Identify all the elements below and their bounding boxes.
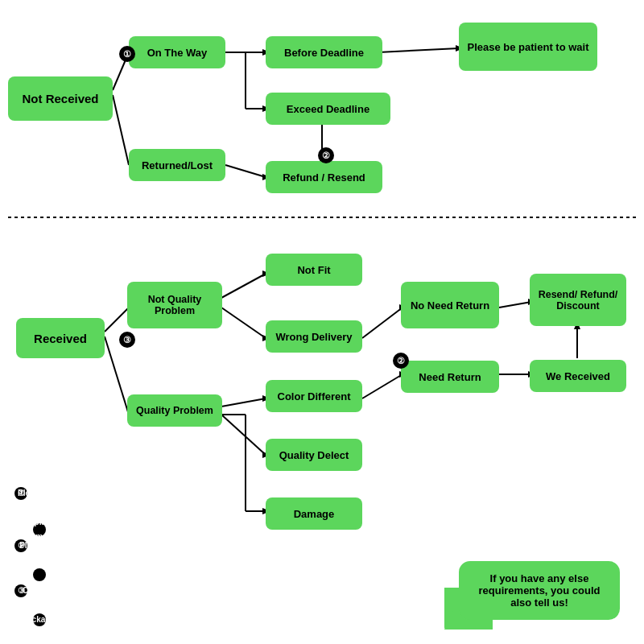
- svg-line-31: [362, 374, 402, 398]
- we-received-node: We Received: [530, 360, 626, 392]
- svg-line-8: [378, 48, 459, 52]
- svg-line-29: [362, 308, 402, 338]
- exceed-deadline-node: Exceed Deadline: [266, 93, 390, 125]
- quality-defect-node: Quality Delect: [266, 439, 362, 471]
- on-the-way-node: On The Way: [129, 36, 225, 68]
- legend-item-2: ② Please contact us by Aliexpress messag…: [14, 536, 49, 581]
- svg-line-15: [105, 308, 129, 332]
- not-fit-node: Not Fit: [266, 254, 362, 286]
- svg-line-19: [221, 308, 266, 338]
- svg-line-16: [105, 336, 129, 415]
- refund-resend-node: Refund / Resend: [266, 161, 382, 193]
- svg-line-1: [113, 95, 129, 165]
- wrong-delivery-node: Wrong Delivery: [266, 320, 362, 353]
- flowchart: Not Received On The Way Before Deadline …: [0, 0, 644, 644]
- quality-problem-node: Quality Problem: [127, 394, 222, 427]
- svg-line-23: [221, 415, 266, 455]
- badge-1: ①: [119, 46, 135, 62]
- not-received-node: Not Received: [8, 76, 113, 121]
- svg-line-33: [499, 302, 531, 308]
- need-return-node: Need Return: [401, 361, 499, 393]
- damage-node: Damage: [266, 497, 362, 530]
- svg-line-12: [225, 165, 266, 177]
- svg-line-21: [221, 398, 266, 407]
- returned-lost-node: Returned/Lost: [129, 149, 225, 181]
- badge-2-top: ②: [318, 147, 334, 163]
- legend-item-1: ① Please check the shipping information …: [14, 484, 49, 536]
- received-node: Received: [16, 318, 105, 358]
- svg-line-17: [221, 274, 266, 298]
- before-deadline-node: Before Deadline: [266, 36, 382, 68]
- resend-refund-node: Resend/ Refund/ Discount: [530, 274, 626, 326]
- badge-2-bottom: ②: [393, 353, 409, 369]
- legend: ① Please check the shipping information …: [14, 484, 49, 626]
- no-need-return-node: No Need Return: [401, 282, 499, 328]
- badge-3: ③: [119, 332, 135, 348]
- speech-bubble: If you have any else requirements, you c…: [459, 561, 620, 620]
- not-quality-node: Not Quality Problem: [127, 282, 222, 328]
- legend-item-3: ③ Check the package and item carefully.: [14, 581, 49, 626]
- color-different-node: Color Different: [266, 380, 362, 412]
- please-wait-node: Please be patient to wait: [459, 23, 597, 71]
